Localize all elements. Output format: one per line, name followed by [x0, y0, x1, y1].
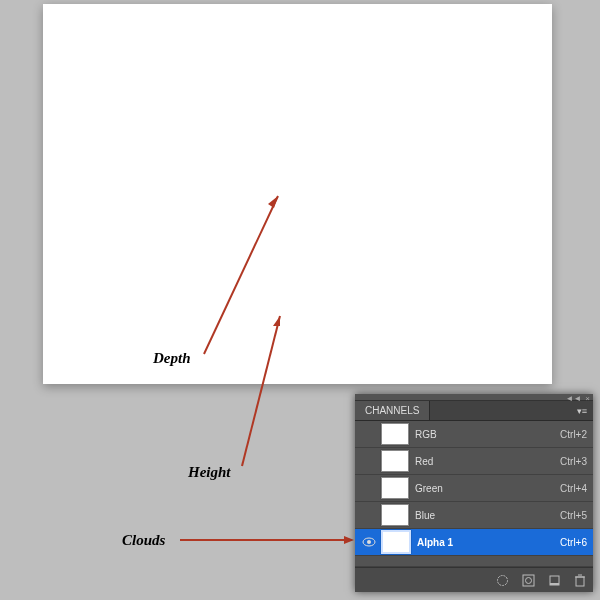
height-label: Height — [188, 464, 231, 481]
channel-name: Alpha 1 — [417, 537, 560, 548]
delete-channel-icon[interactable] — [573, 573, 587, 587]
channel-name: Red — [415, 456, 560, 467]
panel-tabs: CHANNELS ▾≡ — [355, 401, 593, 421]
svg-rect-17 — [576, 577, 584, 586]
svg-point-14 — [525, 577, 531, 583]
svg-rect-13 — [523, 575, 534, 586]
channels-empty-area[interactable] — [355, 556, 593, 567]
svg-rect-11 — [383, 532, 409, 552]
channel-shortcut: Ctrl+3 — [560, 456, 587, 467]
channels-panel: ◄◄ × CHANNELS ▾≡ RGBCtrl+2RedCtrl+3Green… — [355, 394, 593, 592]
svg-rect-16 — [550, 583, 559, 585]
visibility-toggle[interactable] — [361, 480, 377, 496]
channel-row-red[interactable]: RedCtrl+3 — [355, 448, 593, 475]
channel-thumbnail — [381, 504, 409, 526]
save-selection-icon[interactable] — [521, 573, 535, 587]
channel-row-rgb[interactable]: RGBCtrl+2 — [355, 421, 593, 448]
channel-thumbnail — [381, 423, 409, 445]
channel-row-green[interactable]: GreenCtrl+4 — [355, 475, 593, 502]
svg-marker-5 — [273, 316, 280, 326]
clouds-label: Clouds — [122, 532, 165, 549]
channels-list: RGBCtrl+2RedCtrl+3GreenCtrl+4BlueCtrl+5A… — [355, 421, 593, 556]
clouds-arrow — [180, 534, 358, 546]
height-arrow — [240, 306, 300, 471]
svg-point-9 — [367, 540, 371, 544]
tab-channels[interactable]: CHANNELS — [355, 401, 430, 420]
panel-topbar: ◄◄ × — [355, 394, 593, 401]
channel-shortcut: Ctrl+5 — [560, 510, 587, 521]
new-channel-icon[interactable] — [547, 573, 561, 587]
panel-menu-icon[interactable]: ▾≡ — [571, 406, 593, 416]
visibility-toggle[interactable] — [361, 534, 377, 550]
visibility-toggle[interactable] — [361, 453, 377, 469]
depth-label: Depth — [153, 350, 191, 367]
channel-shortcut: Ctrl+6 — [560, 537, 587, 548]
channel-name: RGB — [415, 429, 560, 440]
channel-thumbnail — [381, 530, 411, 554]
channel-name: Green — [415, 483, 560, 494]
eye-icon — [362, 537, 376, 547]
panel-close-icon[interactable]: × — [585, 394, 590, 400]
svg-marker-7 — [344, 536, 354, 544]
channel-shortcut: Ctrl+4 — [560, 483, 587, 494]
channel-row-alpha-1[interactable]: Alpha 1Ctrl+6 — [355, 529, 593, 556]
visibility-toggle[interactable] — [361, 426, 377, 442]
svg-line-4 — [242, 316, 280, 466]
channel-thumbnail — [381, 450, 409, 472]
svg-point-12 — [497, 575, 507, 585]
panel-footer — [355, 567, 593, 592]
svg-marker-3 — [268, 196, 278, 208]
load-selection-icon[interactable] — [495, 573, 509, 587]
channel-name: Blue — [415, 510, 560, 521]
channel-thumbnail — [381, 477, 409, 499]
visibility-toggle[interactable] — [361, 507, 377, 523]
panel-collapse-icon[interactable]: ◄◄ — [565, 394, 581, 400]
channel-row-blue[interactable]: BlueCtrl+5 — [355, 502, 593, 529]
channel-shortcut: Ctrl+2 — [560, 429, 587, 440]
